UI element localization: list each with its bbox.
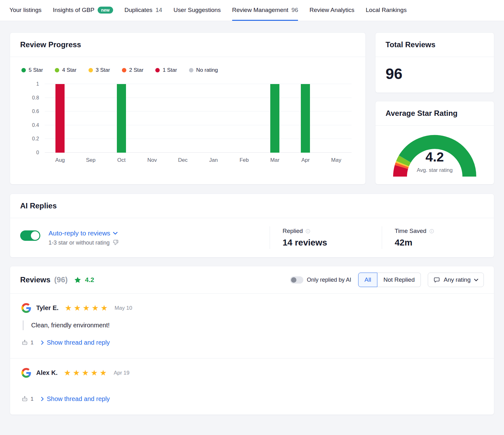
- gauge-segment-2-star: [401, 165, 402, 167]
- tab-count: 14: [156, 7, 162, 14]
- show-thread-link[interactable]: Show thread and reply: [41, 339, 110, 346]
- x-label-may: May: [321, 157, 352, 163]
- filter-not-replied-button[interactable]: Not Replied: [377, 273, 421, 287]
- bar-column-dec: [168, 84, 198, 153]
- filter-all-button[interactable]: All: [358, 273, 377, 287]
- review-date: May 10: [115, 305, 132, 311]
- x-label-feb: Feb: [229, 157, 259, 163]
- bar-column-oct: [106, 84, 137, 153]
- 5-star-dot: [21, 68, 26, 72]
- bar-aug-1-star: [55, 84, 65, 153]
- show-thread-label: Show thread and reply: [47, 395, 110, 403]
- google-logo-icon: [21, 303, 31, 313]
- tab-label: Review Management: [232, 7, 288, 14]
- total-reviews-value: 96: [375, 57, 494, 93]
- gauge-caption: Avg. star rating: [387, 167, 482, 173]
- legend-item-no-rating: No rating: [189, 67, 218, 73]
- rating-filter-button[interactable]: Any rating: [428, 273, 484, 287]
- only-ai-toggle[interactable]: [290, 276, 303, 284]
- star-icon: [74, 276, 81, 284]
- rating-filter-label: Any rating: [444, 276, 471, 283]
- average-rating-card: Average Star Rating 4.2 Avg. star rating: [375, 101, 494, 184]
- bar-column-aug: [45, 84, 75, 153]
- x-label-aug: Aug: [45, 157, 75, 163]
- bar-column-feb: [229, 84, 259, 153]
- 3-star-dot: [89, 68, 93, 72]
- tab-insights-of-gbp[interactable]: Insights of GBPnew: [53, 0, 113, 21]
- reviews-card: Reviews (96) 4.2 Only replied by AI All …: [10, 266, 494, 415]
- chevron-down-icon: [113, 232, 117, 235]
- legend-label: 1 Star: [163, 67, 177, 73]
- x-label-oct: Oct: [106, 157, 137, 163]
- tab-review-analytics[interactable]: Review Analytics: [309, 0, 354, 21]
- thumbs-down-icon[interactable]: [112, 240, 119, 246]
- review-date: Apr 19: [114, 370, 129, 376]
- bars-layer: [45, 84, 352, 153]
- review-stars: ★★★★★: [65, 304, 110, 312]
- reviews-title: Reviews: [20, 275, 50, 284]
- tab-user-suggestions[interactable]: User Suggestions: [174, 0, 221, 21]
- tab-your-listings[interactable]: Your listings: [9, 0, 42, 21]
- 1-star-dot: [155, 68, 160, 72]
- robot-icon: [21, 339, 28, 346]
- review-progress-x-labels: AugSepOctNovDecJanFebMarAprMay: [45, 157, 352, 163]
- tab-label: Your listings: [9, 7, 42, 14]
- new-badge: new: [98, 7, 113, 14]
- bar-mar-5-star: [270, 84, 279, 153]
- tab-label: Duplicates: [124, 7, 152, 14]
- bar-oct-5-star: [117, 84, 126, 153]
- reviews-average: 4.2: [85, 276, 94, 284]
- tab-duplicates[interactable]: Duplicates14: [124, 0, 162, 21]
- bar-column-nov: [137, 84, 167, 153]
- gauge-value: 4.2: [387, 150, 482, 165]
- tab-local-rankings[interactable]: Local Rankings: [366, 0, 407, 21]
- auto-reply-toggle[interactable]: [20, 230, 40, 241]
- review-item: Alex K. ★★★★★ Apr 19 1: [10, 358, 494, 415]
- chat-bubble-icon: [433, 277, 440, 283]
- top-nav: Your listingsInsights of GBPnewDuplicate…: [0, 0, 504, 21]
- x-label-sep: Sep: [75, 157, 106, 163]
- show-thread-link[interactable]: Show thread and reply: [41, 395, 110, 403]
- tab-label: User Suggestions: [174, 7, 221, 14]
- x-label-mar: Mar: [260, 157, 290, 163]
- tab-label: Local Rankings: [366, 7, 407, 14]
- replied-value: 14 reviews: [283, 238, 382, 248]
- bar-column-jan: [198, 84, 229, 153]
- time-saved-label: Time Saved: [395, 228, 427, 234]
- tab-label: Review Analytics: [309, 7, 354, 14]
- auto-reply-sublabel: 1-3 star or without rating: [49, 240, 110, 246]
- reviewer-name: Alex K.: [36, 369, 58, 376]
- review-progress-card: Review Progress 5 Star4 Star3 Star2 Star…: [10, 32, 366, 184]
- google-logo-icon: [21, 368, 31, 378]
- ai-replies-title: AI Replies: [10, 194, 494, 218]
- tab-count: 96: [291, 7, 298, 14]
- tab-label: Insights of GBP: [53, 7, 94, 14]
- legend-label: 3 Star: [96, 67, 110, 73]
- review-progress-legend: 5 Star4 Star3 Star2 Star1 StarNo rating: [10, 57, 365, 74]
- bar-apr-5-star: [301, 84, 310, 153]
- reviewer-name: Tyler E.: [36, 304, 59, 312]
- legend-item-2-star: 2 Star: [122, 67, 143, 73]
- info-icon[interactable]: [306, 229, 310, 234]
- time-saved-value: 42m: [395, 238, 494, 248]
- x-label-dec: Dec: [168, 157, 198, 163]
- legend-label: 4 Star: [62, 67, 76, 73]
- review-stars: ★★★★★: [64, 369, 109, 377]
- robot-icon: [21, 396, 28, 402]
- ai-replies-card: AI Replies Auto-reply to reviews 1-3 sta…: [10, 194, 494, 257]
- chevron-right-icon: [41, 397, 44, 401]
- average-rating-title: Average Star Rating: [375, 101, 494, 126]
- auto-reply-dropdown[interactable]: Auto-reply to reviews: [49, 229, 119, 237]
- auto-reply-label: Auto-reply to reviews: [49, 229, 110, 237]
- page-content: Review Progress 5 Star4 Star3 Star2 Star…: [0, 21, 504, 415]
- show-thread-label: Show thread and reply: [47, 339, 110, 346]
- legend-item-5-star: 5 Star: [21, 67, 43, 73]
- legend-label: No rating: [196, 67, 218, 73]
- info-icon[interactable]: [429, 229, 434, 234]
- ai-reply-count: 1: [31, 340, 33, 346]
- bar-column-may: [321, 84, 352, 153]
- legend-label: 2 Star: [129, 67, 143, 73]
- x-label-apr: Apr: [290, 157, 321, 163]
- legend-item-3-star: 3 Star: [89, 67, 110, 73]
- tab-review-management[interactable]: Review Management96: [232, 0, 298, 21]
